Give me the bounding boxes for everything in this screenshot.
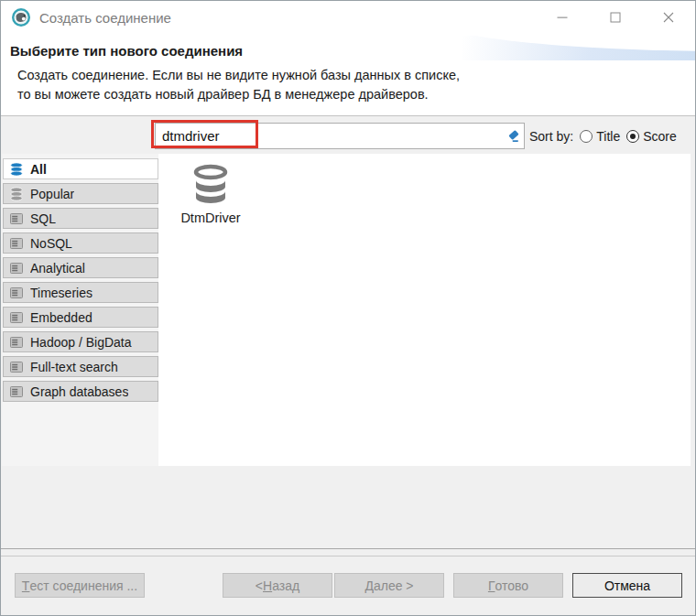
sidebar-item-full-text-search[interactable]: Full-text search	[3, 356, 158, 377]
maximize-icon	[610, 12, 621, 23]
maximize-button[interactable]	[589, 1, 642, 34]
create-connection-dialog: Создать соединение Выберите тип нового с…	[0, 0, 696, 616]
sort-group: Sort by: TitleScore	[529, 123, 677, 149]
content-separator	[1, 548, 695, 549]
sidebar-item-all[interactable]: All	[3, 158, 158, 179]
database-icon	[189, 163, 233, 207]
sidebar-item-hadoop-bigdata[interactable]: Hadoop / BigData	[3, 331, 158, 352]
window-controls	[536, 1, 695, 34]
description-line-2: то вы можете создать новый драйвер БД в …	[17, 87, 429, 102]
dbeaver-logo-icon	[11, 7, 31, 27]
finish-button[interactable]: Готово	[453, 573, 563, 598]
sort-option-title[interactable]: Title	[580, 129, 620, 144]
next-button[interactable]: Далее >	[334, 573, 444, 598]
minimize-icon	[557, 12, 568, 23]
sidebar-item-embedded[interactable]: Embedded	[3, 307, 158, 328]
sidebar-item-label: Full-text search	[30, 360, 118, 374]
radio-icon[interactable]	[580, 130, 593, 143]
minimize-button[interactable]	[536, 1, 589, 34]
close-button[interactable]	[642, 1, 695, 34]
driver-label: DtmDriver	[180, 211, 240, 225]
db-card-icon	[9, 335, 24, 350]
driver-item-dtmdriver[interactable]: DtmDriver	[170, 159, 251, 229]
db-card-icon	[9, 286, 24, 300]
sort-option-label: Score	[643, 129, 677, 144]
eraser-icon	[505, 128, 520, 144]
page-description: Создать соединение. Если вы не видите ну…	[17, 66, 695, 104]
titlebar: Создать соединение	[1, 1, 695, 34]
sidebar-item-label: Timeseries	[30, 286, 92, 300]
sort-option-score[interactable]: Score	[626, 129, 677, 144]
footer: Тест соединения ...< НазадДалее >ГотовоО…	[1, 557, 695, 615]
sidebar-item-label: SQL	[30, 211, 56, 226]
db-card-icon	[9, 211, 24, 226]
cancel-button[interactable]: Отмена	[572, 573, 682, 598]
db-stack-icon	[9, 187, 24, 201]
sidebar: All Popular SQL NoSQL Analytical Timeser…	[2, 154, 158, 466]
sidebar-item-timeseries[interactable]: Timeseries	[3, 282, 158, 303]
sidebar-item-analytical[interactable]: Analytical	[3, 257, 158, 278]
sidebar-item-label: NoSQL	[30, 236, 72, 251]
db-card-icon	[9, 261, 24, 276]
db-card-icon	[9, 236, 24, 251]
sidebar-item-sql[interactable]: SQL	[3, 208, 158, 229]
db-card-icon	[9, 310, 24, 325]
test-button[interactable]: Тест соединения ...	[15, 573, 145, 598]
sidebar-item-popular[interactable]: Popular	[3, 183, 158, 204]
driver-list: DtmDriver	[158, 154, 691, 466]
window-title: Создать соединение	[39, 10, 171, 26]
sidebar-item-label: Popular	[30, 187, 74, 201]
db-card-icon	[9, 360, 24, 374]
clear-search-button[interactable]	[504, 127, 521, 145]
radio-icon[interactable]	[626, 130, 639, 143]
back-button[interactable]: < Назад	[223, 573, 332, 598]
sidebar-item-label: All	[30, 162, 47, 177]
description-line-1: Создать соединение. Если вы не видите ну…	[17, 68, 460, 82]
close-icon	[663, 12, 674, 23]
sidebar-item-label: Graph databases	[30, 384, 128, 399]
driver-search-input[interactable]	[155, 123, 525, 149]
sidebar-item-label: Analytical	[30, 261, 85, 276]
db-card-icon	[9, 384, 24, 399]
sidebar-item-graph-databases[interactable]: Graph databases	[3, 381, 158, 402]
sort-by-label: Sort by:	[529, 129, 573, 144]
sidebar-item-nosql[interactable]: NoSQL	[3, 232, 158, 254]
db-stack-icon	[9, 162, 24, 177]
page-title: Выберите тип нового соединения	[1, 34, 695, 59]
search-box	[155, 123, 525, 149]
sort-option-label: Title	[596, 129, 620, 144]
sidebar-item-label: Embedded	[30, 310, 92, 325]
sidebar-item-label: Hadoop / BigData	[30, 335, 132, 350]
wizard-header: Выберите тип нового соединения Создать с…	[1, 34, 695, 116]
